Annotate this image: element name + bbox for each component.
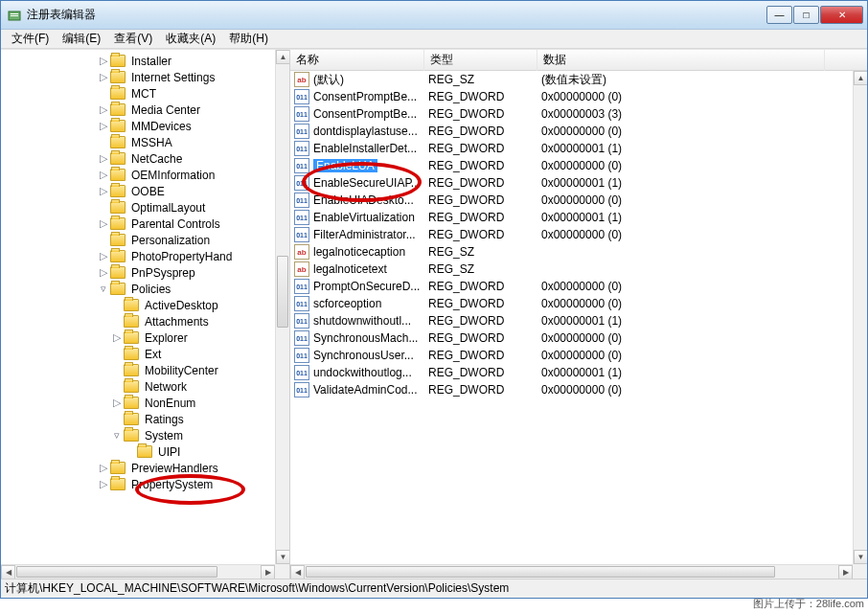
tree-item[interactable]: Personalization [3, 232, 275, 248]
folder-icon [110, 462, 126, 474]
menubar: 文件(F) 编辑(E) 查看(V) 收藏夹(A) 帮助(H) [1, 30, 867, 49]
list-row[interactable]: 011FilterAdministrator...REG_DWORD0x0000… [290, 226, 853, 243]
list-row[interactable]: ab(默认)REG_SZ(数值未设置) [290, 71, 853, 88]
tree-item[interactable]: ▷Media Center [3, 102, 275, 118]
column-header-data[interactable]: 数据 [537, 49, 825, 71]
menu-file[interactable]: 文件(F) [5, 29, 56, 49]
reg-binary-icon: 011 [294, 227, 309, 242]
tree-item[interactable]: ▿System [3, 427, 275, 443]
menu-favorites[interactable]: 收藏夹(A) [159, 29, 222, 49]
scroll-up-button[interactable]: ▲ [854, 71, 867, 85]
tree-item[interactable]: ▷Internet Settings [3, 69, 275, 85]
tree-item[interactable]: ▷PreviewHandlers [3, 460, 275, 476]
tree-item[interactable]: Ratings [3, 411, 275, 427]
tree-item-label: Attachments [143, 315, 211, 329]
tree-scrollbar-v[interactable]: ▲ ▼ [275, 50, 289, 564]
tree-scrollbar-h[interactable]: ◀ ▶ [1, 564, 275, 579]
list-row[interactable]: ablegalnoticetextREG_SZ [290, 261, 853, 278]
value-type: REG_DWORD [428, 297, 541, 310]
tree-item[interactable]: OptimalLayout [3, 199, 275, 216]
values-list[interactable]: ab(默认)REG_SZ(数值未设置)011ConsentPromptBe...… [290, 71, 853, 564]
menu-view[interactable]: 查看(V) [107, 29, 159, 49]
list-row[interactable]: 011ConsentPromptBe...REG_DWORD0x00000000… [290, 88, 853, 105]
close-button[interactable]: ✕ [820, 6, 863, 24]
collapse-icon[interactable]: ▷ [97, 462, 110, 474]
collapse-icon[interactable]: ▷ [97, 55, 110, 67]
tree-item[interactable]: MCT [3, 85, 275, 102]
list-row[interactable]: 011EnableSecureUIAP...REG_DWORD0x0000000… [290, 174, 853, 192]
tree-item[interactable]: ActiveDesktop [3, 297, 275, 313]
list-row[interactable]: 011ConsentPromptBe...REG_DWORD0x00000003… [290, 105, 853, 123]
collapse-icon[interactable]: ▷ [97, 478, 110, 490]
list-row[interactable]: 011scforceoptionREG_DWORD0x00000000 (0) [290, 295, 853, 312]
menu-edit[interactable]: 编辑(E) [56, 29, 107, 49]
collapse-icon[interactable]: ▷ [110, 397, 124, 409]
tree-item[interactable]: ▷OOBE [3, 183, 275, 199]
scroll-left-button[interactable]: ◀ [290, 565, 305, 579]
list-row[interactable]: 011shutdownwithoutl...REG_DWORD0x0000000… [290, 312, 853, 329]
scroll-left-button[interactable]: ◀ [1, 565, 15, 579]
tree-item[interactable]: ▷NonEnum [3, 395, 275, 411]
list-scrollbar-v[interactable]: ▲ ▼ [853, 71, 867, 564]
watermark: 图片上传于：28life.com [753, 597, 864, 611]
list-row[interactable]: ablegalnoticecaptionREG_SZ [290, 243, 853, 261]
list-row[interactable]: 011EnableLUAREG_DWORD0x00000000 (0) [290, 157, 853, 174]
scroll-down-button[interactable]: ▼ [854, 550, 867, 564]
list-row[interactable]: 011EnableVirtualizationREG_DWORD0x000000… [290, 209, 853, 226]
list-scrollbar-h[interactable]: ◀ ▶ [290, 564, 853, 579]
tree-item[interactable]: ▷OEMInformation [3, 167, 275, 183]
collapse-icon[interactable]: ▷ [97, 71, 110, 83]
collapse-icon[interactable]: ▷ [97, 120, 110, 132]
scroll-thumb-h[interactable] [306, 566, 775, 578]
list-row[interactable]: 011ValidateAdminCod...REG_DWORD0x0000000… [290, 381, 853, 398]
collapse-icon[interactable]: ▷ [97, 152, 110, 165]
tree-item[interactable]: MSSHA [3, 134, 275, 150]
collapse-icon[interactable]: ▷ [97, 103, 110, 116]
tree-item[interactable]: ▷PropertySystem [3, 476, 275, 492]
tree-item[interactable]: Ext [3, 346, 275, 362]
collapse-icon[interactable]: ▷ [97, 217, 110, 230]
collapse-icon[interactable]: ▷ [97, 266, 110, 279]
menu-help[interactable]: 帮助(H) [222, 29, 275, 49]
tree-view[interactable]: ▷Installer▷Internet SettingsMCT▷Media Ce… [1, 50, 275, 564]
tree-item[interactable]: UIPI [3, 443, 275, 460]
value-data: (数值未设置) [541, 72, 829, 88]
column-header-name[interactable]: 名称 [290, 49, 424, 71]
expand-icon[interactable]: ▿ [110, 429, 124, 442]
titlebar[interactable]: 注册表编辑器 — □ ✕ [1, 1, 867, 30]
scroll-up-button[interactable]: ▲ [276, 50, 290, 64]
column-header-type[interactable]: 类型 [424, 49, 537, 71]
scroll-thumb[interactable] [277, 256, 288, 328]
list-row[interactable]: 011undockwithoutlog...REG_DWORD0x0000000… [290, 364, 853, 381]
collapse-icon[interactable]: ▷ [97, 169, 110, 181]
scroll-down-button[interactable]: ▼ [276, 550, 290, 564]
tree-item[interactable]: ▷Explorer [3, 329, 275, 346]
scroll-thumb-h[interactable] [16, 566, 217, 578]
collapse-icon[interactable]: ▷ [97, 250, 110, 262]
tree-item[interactable]: ▷MMDevices [3, 118, 275, 134]
collapse-icon[interactable]: ▷ [110, 331, 124, 344]
tree-item[interactable]: ▷NetCache [3, 150, 275, 167]
tree-item[interactable]: ▿Policies [3, 281, 275, 297]
collapse-icon[interactable]: ▷ [97, 185, 110, 197]
expand-icon[interactable]: ▿ [97, 283, 110, 295]
list-row[interactable]: 011PromptOnSecureD...REG_DWORD0x00000000… [290, 278, 853, 295]
tree-item[interactable]: ▷PhotoPropertyHand [3, 248, 275, 264]
scroll-right-button[interactable]: ▶ [261, 565, 275, 579]
list-row[interactable]: 011EnableInstallerDet...REG_DWORD0x00000… [290, 140, 853, 157]
maximize-button[interactable]: □ [793, 6, 819, 24]
minimize-button[interactable]: — [766, 6, 792, 24]
list-row[interactable]: 011EnableUIADeskto...REG_DWORD0x00000000… [290, 192, 853, 209]
list-row[interactable]: 011SynchronousUser...REG_DWORD0x00000000… [290, 347, 853, 364]
tree-item[interactable]: Attachments [3, 313, 275, 329]
tree-item[interactable]: MobilityCenter [3, 362, 275, 378]
tree-item[interactable]: ▷Installer [3, 53, 275, 69]
tree-item[interactable]: ▷PnPSysprep [3, 264, 275, 281]
value-data: 0x00000000 (0) [541, 280, 829, 293]
list-row[interactable]: 011dontdisplaylastuse...REG_DWORD0x00000… [290, 123, 853, 140]
list-row[interactable]: 011SynchronousMach...REG_DWORD0x00000000… [290, 329, 853, 347]
scroll-right-button[interactable]: ▶ [838, 565, 853, 579]
tree-item[interactable]: ▷Parental Controls [3, 216, 275, 232]
folder-icon [124, 380, 139, 393]
tree-item[interactable]: Network [3, 378, 275, 395]
